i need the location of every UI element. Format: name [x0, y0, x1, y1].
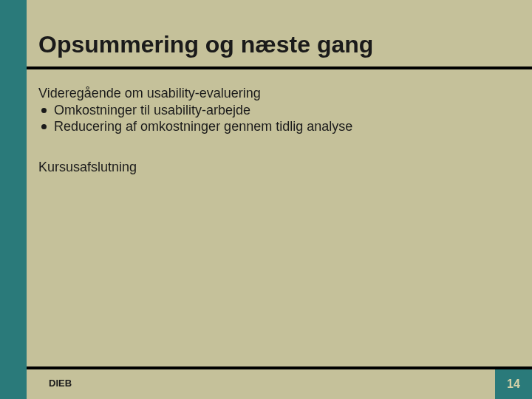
footer-label: DIEB	[49, 378, 72, 389]
bullet-icon	[41, 124, 47, 129]
list-item: Reducering af omkostninger gennem tidlig…	[38, 119, 502, 134]
slide-body: Videregående om usability-evaluering Omk…	[38, 86, 502, 175]
section1-heading: Videregående om usability-evaluering	[38, 86, 502, 101]
section2-heading: Kursusafslutning	[38, 160, 502, 175]
title-underline	[27, 66, 532, 69]
bullet-text: Omkostninger til usability-arbejde	[54, 103, 250, 118]
footer-divider	[27, 366, 532, 369]
bullet-text: Reducering af omkostninger gennem tidlig…	[54, 119, 352, 134]
left-accent-bar	[0, 0, 27, 399]
page-number-box: 14	[495, 369, 532, 399]
list-item: Omkostninger til usability-arbejde	[38, 103, 502, 118]
slide-title: Opsummering og næste gang	[38, 31, 373, 58]
bullet-icon	[41, 108, 47, 113]
page-number: 14	[507, 378, 520, 391]
